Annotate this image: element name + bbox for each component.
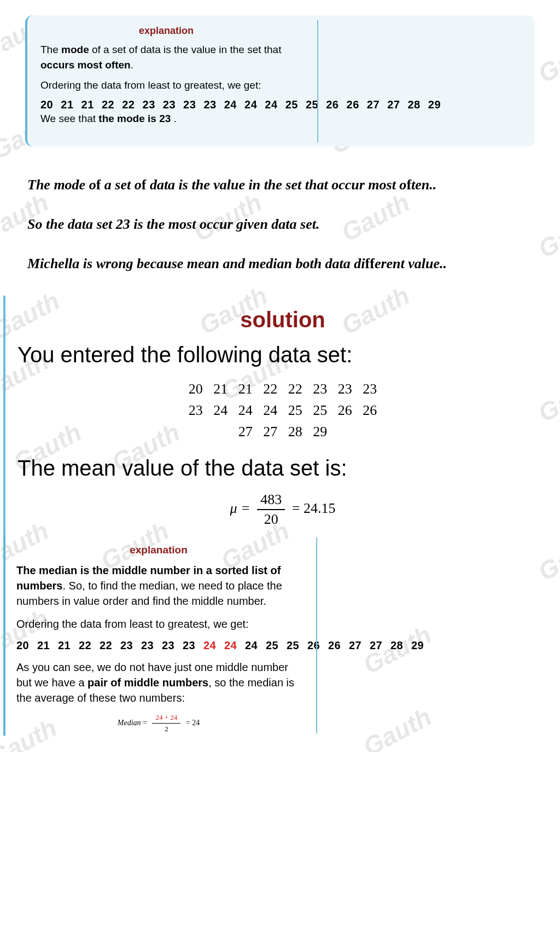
vertical-divider: [317, 20, 318, 142]
explanation-box-median: explanation The median is the middle num…: [3, 535, 560, 736]
highlighted-middle: 24 24: [203, 639, 237, 651]
mean-heading: The mean value of the data set is:: [18, 454, 548, 482]
text: = 24: [184, 718, 200, 726]
text: erent value..: [375, 256, 447, 271]
text: f: [370, 256, 375, 271]
denominator: 2: [152, 724, 180, 733]
answer-line-2: So the data set 23 is the most occur giv…: [27, 208, 533, 241]
text: of a set of data is the value in the set…: [89, 44, 282, 55]
answer-line-3: Michella is wrong because mean and media…: [27, 247, 533, 280]
equals-result: = 24.15: [292, 500, 336, 516]
ordering-text: Ordering the data from least to greatest…: [40, 78, 292, 93]
text: ten..: [411, 177, 436, 193]
text-bold: mode: [61, 44, 89, 55]
text-bold: occurs most often: [40, 59, 131, 71]
median-equation: Median = 24 + 242 = 24: [16, 713, 301, 733]
explanation-title: explanation: [40, 25, 292, 37]
mode-definition: The mode of a set of data is the value i…: [40, 42, 292, 72]
denominator: 20: [257, 510, 285, 528]
data-row: 27 27 28 29: [18, 421, 548, 442]
median-label: Median: [118, 718, 141, 726]
text: f: [365, 256, 370, 271]
vertical-divider: [316, 537, 317, 733]
median-definition: The median is the middle number in a sor…: [16, 563, 306, 609]
mu-symbol: μ =: [230, 500, 250, 516]
text: f: [406, 177, 411, 193]
median-pair-text: As you can see, we do not have just one …: [16, 660, 306, 706]
data-sequence-highlighted: 20 21 21 22 22 23 23 23 23 24 24 24 25 2…: [16, 639, 549, 652]
entered-data-heading: You entered the following data set:: [18, 341, 548, 368]
explanation-title: explanation: [16, 544, 301, 556]
answer-paragraphs: The mode of a set of data is the value i…: [0, 147, 560, 295]
ordering-text: Ordering the data from least to greatest…: [16, 616, 306, 632]
solution-title: solution: [18, 308, 548, 332]
mode-result: We see that the mode is 23 .: [40, 111, 292, 126]
text-bold: the mode is 23: [98, 113, 171, 124]
text: .: [171, 113, 177, 124]
explanation-box-mode: explanation The mode of a set of data is…: [25, 15, 535, 147]
text: data is the value in the set that occur …: [146, 177, 406, 193]
data-row: 23 24 24 24 25 25 26 26: [18, 400, 548, 421]
fraction: 483 20: [257, 492, 285, 528]
text: Michella is wrong because mean and media…: [27, 256, 365, 271]
data-grid: 20 21 21 22 22 23 23 23 23 24 24 24 25 2…: [18, 378, 548, 442]
answer-line-1: The mode of a set of data is the value i…: [27, 169, 533, 201]
numerator: 24 + 24: [152, 713, 180, 724]
text: 20 21 21 22 22 23 23 23 23: [16, 639, 203, 651]
text: We see that: [40, 113, 98, 124]
text: 24 25 25 26 26 27 27 28 29: [237, 639, 424, 651]
text: The mode o: [27, 177, 96, 193]
text: The: [40, 44, 61, 55]
fraction: 24 + 242: [152, 713, 180, 733]
solution-section: solution You entered the following data …: [3, 296, 560, 535]
text: =: [141, 718, 149, 726]
data-row: 20 21 21 22 22 23 23 23: [18, 378, 548, 400]
numerator: 483: [257, 492, 285, 510]
text: a set o: [101, 177, 141, 193]
text-bold: pair of middle numbers: [88, 677, 208, 689]
data-sequence: 20 21 21 22 22 23 23 23 23 24 24 24 25 2…: [40, 99, 522, 111]
text: .: [131, 59, 133, 71]
mean-equation: μ = 483 20 = 24.15: [18, 492, 548, 528]
